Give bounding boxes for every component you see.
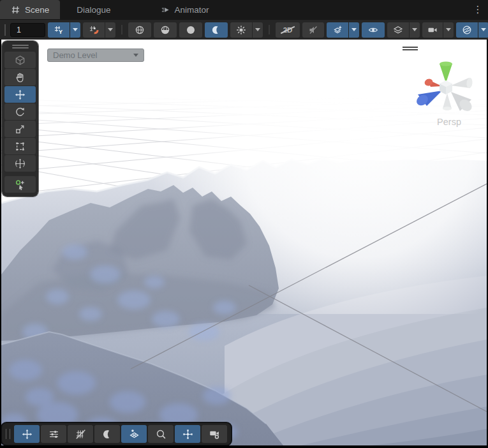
camera-button[interactable]: [422, 22, 443, 38]
shading-shaded-wireframe-button[interactable]: [154, 22, 177, 38]
frame-input[interactable]: [10, 23, 45, 37]
chevron-down-icon: [446, 28, 451, 31]
camera-icon: [427, 25, 438, 35]
grid-axis-icon: Y: [54, 25, 64, 35]
z-axis-cone[interactable]: [415, 91, 442, 108]
bottom-probe-button[interactable]: [121, 425, 147, 443]
sliders-icon: [48, 429, 59, 440]
gizmo-sphere-icon: [462, 25, 472, 35]
snap-button[interactable]: [83, 22, 105, 38]
scene-visibility-button[interactable]: [362, 22, 385, 38]
camera-record-icon: [209, 429, 220, 440]
audio-toggle-button[interactable]: [302, 22, 324, 38]
tools-drag-handle[interactable]: [12, 45, 29, 49]
custom-tool-icon: [15, 179, 26, 190]
flare-button[interactable]: [230, 22, 252, 38]
move-arrows-icon: [22, 429, 33, 440]
moon-crescent-icon: [211, 25, 221, 35]
grid-axis-dropdown[interactable]: [70, 22, 80, 38]
shading-shaded-button[interactable]: [179, 22, 202, 38]
tab-animator[interactable]: Animator: [150, 0, 220, 19]
toolbar-drag-handle[interactable]: [4, 24, 6, 36]
scale-tool-button[interactable]: [4, 121, 36, 137]
gizmo-center-cube[interactable]: [440, 80, 452, 94]
bottom-move-button[interactable]: [14, 425, 40, 443]
chevron-down-icon: [255, 28, 260, 31]
tab-scene[interactable]: Scene: [0, 0, 60, 19]
shading-wireframe-button[interactable]: [128, 22, 151, 38]
camera-group: [422, 22, 454, 38]
chevron-down-icon: [481, 28, 486, 31]
flare-group: [230, 22, 263, 38]
bottom-lighting-button[interactable]: [94, 425, 120, 443]
transform-icon: [15, 158, 26, 169]
moon-crescent-icon: [102, 429, 113, 440]
bottom-cluster-button[interactable]: [175, 425, 200, 443]
sphere-solid-icon: [186, 25, 196, 35]
tab-overflow-menu-button[interactable]: ⋮: [468, 0, 488, 19]
rect-tool-button[interactable]: [4, 138, 36, 154]
effects-dropdown[interactable]: [349, 22, 359, 38]
gizmos-button[interactable]: [456, 22, 478, 38]
search-icon: [156, 429, 166, 440]
effects-button[interactable]: [327, 22, 348, 38]
tab-dialogue[interactable]: Dialogue: [66, 0, 121, 19]
snap-group: [83, 22, 115, 38]
bottom-toolbar-drag-handle[interactable]: [6, 429, 10, 439]
snap-magnet-icon: [89, 25, 99, 35]
camera-dropdown[interactable]: [443, 22, 454, 38]
2d-mode-button[interactable]: 2D: [276, 22, 300, 38]
effects-sparkle-icon: [332, 25, 343, 35]
negative-y-cone[interactable]: [443, 93, 452, 110]
effects-group: [327, 22, 359, 38]
gizmos-dropdown[interactable]: [478, 22, 488, 38]
tool-context-button[interactable]: [4, 52, 36, 68]
x-axis-cone[interactable]: [424, 78, 442, 87]
chevron-down-icon: [133, 54, 138, 57]
y-axis-cone[interactable]: [440, 61, 452, 83]
audio-muted-icon: [308, 25, 318, 35]
hand-icon: [15, 72, 26, 83]
animator-icon: [161, 5, 170, 15]
negative-x-cone[interactable]: [451, 77, 473, 88]
layers-icon: [393, 25, 403, 35]
bottom-grid-toggle-button[interactable]: [68, 425, 93, 443]
rect-icon: [15, 141, 26, 152]
level-dropdown-label: Demo Level: [53, 50, 97, 60]
grid-slash-icon: [75, 429, 86, 440]
cluster-icon: [182, 429, 193, 440]
probe-diamond-icon: [129, 429, 140, 440]
layers-group: [387, 22, 420, 38]
chevron-down-icon: [412, 28, 417, 31]
bottom-search-button[interactable]: [148, 425, 174, 443]
custom-editor-tool-button[interactable]: [4, 176, 36, 193]
move-tool-button[interactable]: [4, 86, 36, 103]
chevron-down-icon: [73, 28, 78, 31]
sphere-half-shaded-icon: [160, 25, 170, 35]
grid-axis-letter: Y: [59, 29, 63, 35]
rotate-icon: [15, 107, 26, 117]
view-tool-button[interactable]: [4, 69, 36, 86]
grid-axis-button[interactable]: Y: [48, 22, 70, 38]
layers-dropdown[interactable]: [410, 22, 420, 38]
tab-animator-label: Animator: [175, 5, 209, 15]
tab-scene-label: Scene: [25, 5, 49, 15]
lighting-toggle-button[interactable]: [205, 22, 228, 38]
level-dropdown[interactable]: Demo Level: [47, 49, 144, 62]
flare-dropdown[interactable]: [253, 22, 263, 38]
scale-icon: [15, 124, 26, 135]
orientation-gizmo[interactable]: [413, 51, 477, 112]
rotate-tool-button[interactable]: [4, 103, 36, 120]
move-arrows-icon: [15, 89, 26, 100]
transform-tool-button[interactable]: [4, 155, 36, 172]
chevron-down-icon: [351, 28, 357, 31]
projection-label[interactable]: Persp: [437, 117, 461, 127]
bottom-camera-button[interactable]: [202, 425, 227, 443]
grid-icon: [11, 5, 20, 15]
layers-button[interactable]: [387, 22, 409, 38]
negative-z-cone[interactable]: [451, 92, 474, 112]
snap-dropdown[interactable]: [105, 22, 115, 38]
bottom-toolbar: [2, 423, 231, 445]
bottom-sliders-button[interactable]: [41, 425, 66, 443]
toolbar-separator: [121, 25, 122, 34]
